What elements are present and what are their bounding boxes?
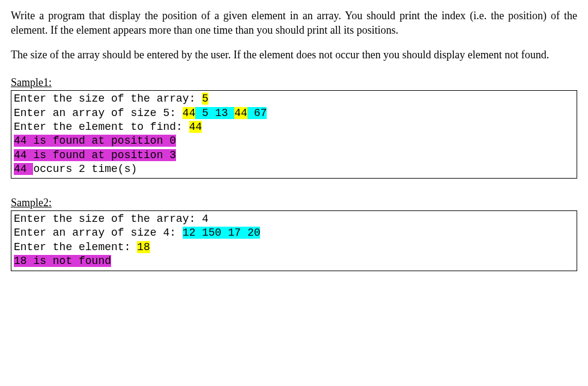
sample1-line5: 44 is found at position 3 (14, 149, 574, 162)
sample2-line3-prefix: Enter the element: (14, 241, 137, 253)
sample1-line1-value: 5 (202, 93, 208, 105)
sample2-box: Enter the size of the array: 4 Enter an … (11, 210, 577, 272)
sample1-box: Enter the size of the array: 5 Enter an … (11, 90, 577, 178)
sample1-line2-v1: 44 (183, 107, 196, 119)
sample1-line3: Enter the element to find: 44 (14, 120, 574, 134)
sample1-line2-v3: 13 (208, 107, 234, 119)
sample1-line3-prefix: Enter the element to find: (14, 121, 189, 133)
sample1-line6: 44 occurs 2 time(s) (14, 162, 574, 176)
sample1-line4-text: 44 is found at position 0 (14, 135, 176, 147)
sample1-line2: Enter an array of size 5: 44 5 13 44 67 (14, 106, 574, 120)
sample1-line1-prefix: Enter the size of the array: (14, 93, 202, 105)
intro-paragraph: Write a program that display the positio… (11, 8, 577, 38)
sample2-line1: Enter the size of the array: 4 (14, 212, 574, 226)
sample1-line5-text: 44 is found at position 3 (14, 149, 176, 161)
sample2-line2-value: 12 150 17 20 (183, 227, 261, 239)
sample2-label: Sample2: (11, 195, 577, 210)
sample1-line2-v5: 67 (247, 107, 267, 119)
sample1-line2-v4: 44 (234, 107, 247, 119)
sample1-line2-prefix: Enter an array of size 5: (14, 107, 183, 119)
sample2-line1-value: 4 (202, 213, 208, 225)
sample2-line4: 18 is not found (14, 254, 574, 268)
sample2-line3-value: 18 (137, 241, 150, 253)
sample2-line3: Enter the element: 18 (14, 240, 574, 254)
sample2-line2-prefix: Enter an array of size 4: (14, 227, 183, 239)
sample2-line2: Enter an array of size 4: 12 150 17 20 (14, 226, 574, 240)
sample1-line6-part2: occurs 2 time(s) (33, 163, 137, 175)
sample1-label: Sample1: (11, 75, 577, 90)
sample1-line1: Enter the size of the array: 5 (14, 92, 574, 106)
sample1-line2-v2: 5 (195, 107, 208, 119)
second-paragraph: The size of the array should be entered … (11, 47, 577, 62)
sample1-line6-part1: 44 (14, 163, 33, 175)
sample2-line4-text: 18 is not found (14, 255, 111, 267)
sample1-line3-value: 44 (189, 121, 202, 133)
sample1-line4: 44 is found at position 0 (14, 134, 574, 148)
sample2-line1-prefix: Enter the size of the array: (14, 213, 202, 225)
